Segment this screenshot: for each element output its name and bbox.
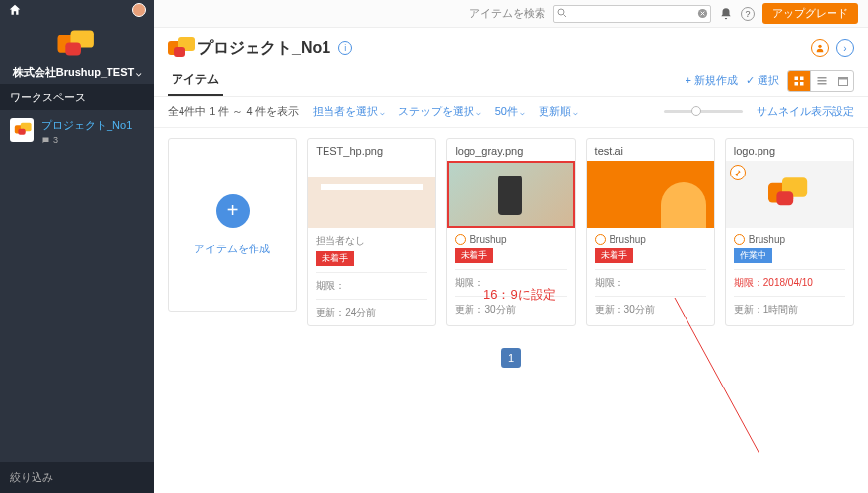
main: アイテムを検索 ? アップグレード プロジェクト_No1 i › アイテム + … [154,0,868,493]
item-updated: 更新：30分前 [455,303,566,317]
svg-rect-7 [817,77,826,79]
plus-icon[interactable]: + [216,194,250,228]
item-assignee: Brushup [595,234,706,245]
tabs: アイテム + 新規作成 ✓ 選択 [154,59,868,97]
next-button[interactable]: › [836,39,854,57]
filter-bar[interactable]: 絞り込み [0,462,154,493]
item-due: 期限： [595,276,706,290]
project-thumb [10,118,34,142]
result-count: 全4件中 1 件 ～ 4 件を表示 [168,105,299,119]
status-badge: 未着手 [595,248,633,263]
page-title: プロジェクト_No1 [197,38,330,59]
info-icon[interactable]: i [338,41,352,55]
create-item-label: アイテムを作成 [194,242,270,256]
tab-items[interactable]: アイテム [168,65,223,96]
home-icon[interactable] [8,3,22,17]
project-header: プロジェクト_No1 i › [154,28,868,59]
user-icon [734,234,745,245]
sidebar-project-item[interactable]: プロジェクト_No1 3 [0,110,154,153]
filter-perpage[interactable]: 50件⌵ [495,105,525,119]
item-card[interactable]: logo_gray.pngBrushup未着手期限：更新：30分前 [446,138,575,326]
project-logo [168,37,189,59]
view-toggles [787,70,854,92]
select-button[interactable]: ✓ 選択 [746,73,779,88]
project-name: プロジェクト_No1 [41,118,132,133]
item-thumbnail [587,161,714,228]
svg-rect-5 [795,82,799,86]
workspace-logo[interactable] [0,20,154,65]
item-title: TEST_hp.png [308,139,435,161]
item-grid: + アイテムを作成 TEST_hp.png担当者なし未着手期限：更新：24分前l… [154,128,868,336]
item-due: 期限： [316,279,427,293]
pin-icon [730,165,746,180]
item-updated: 更新：30分前 [595,303,706,317]
search-icon [556,7,568,19]
status-badge: 未着手 [455,248,493,263]
bell-icon[interactable] [719,7,733,21]
thumbnail-settings[interactable]: サムネイル表示設定 [757,105,854,119]
status-badge: 作業中 [734,248,772,263]
view-grid[interactable] [788,71,810,91]
status-badge: 未着手 [316,251,354,266]
search-input[interactable] [553,5,711,23]
chevron-down-icon: ⌵ [136,68,141,78]
svg-point-2 [818,45,821,48]
topbar: アイテムを検索 ? アップグレード [154,0,868,28]
svg-rect-11 [838,77,847,79]
item-title: logo_gray.png [447,139,574,161]
help-icon[interactable]: ? [741,7,755,21]
thumbnail-size-slider[interactable] [664,110,743,113]
svg-rect-3 [795,76,799,80]
item-thumbnail [308,161,435,228]
svg-rect-4 [800,76,804,80]
item-title: logo.png [726,139,853,161]
user-icon [455,234,466,245]
user-avatar[interactable] [132,3,146,17]
workspace-name[interactable]: 株式会社Brushup_TEST⌵ [0,65,154,80]
filters-row: 全4件中 1 件 ～ 4 件を表示 担当者を選択⌵ ステップを選択⌵ 50件⌵ … [154,97,868,128]
upgrade-button[interactable]: アップグレード [762,3,858,24]
item-assignee: Brushup [734,234,845,245]
create-item-card[interactable]: + アイテムを作成 [168,138,297,312]
pager: 1 [154,336,868,380]
member-avatar[interactable] [811,39,829,57]
filter-assignee[interactable]: 担当者を選択⌵ [313,105,385,119]
item-due: 期限： [455,276,566,290]
item-updated: 更新：24分前 [316,306,427,319]
comment-icon [41,136,50,145]
item-thumbnail [726,161,853,228]
item-card[interactable]: test.aiBrushup未着手期限：更新：30分前 [586,138,715,326]
item-updated: 更新：1時間前 [734,303,845,317]
svg-rect-8 [817,80,826,82]
project-comment-count: 3 [41,135,132,145]
workspace-section-label: ワークスペース [0,84,154,110]
search-label: アイテムを検索 [470,6,545,21]
item-due: 期限：2018/04/10 [734,276,845,290]
item-card[interactable]: logo.pngBrushup作業中期限：2018/04/10更新：1時間前 [725,138,854,326]
item-assignee: 担当者なし [316,234,427,247]
page-current[interactable]: 1 [501,348,521,368]
user-icon [595,234,606,245]
filter-sort[interactable]: 更新順⌵ [539,105,578,119]
item-assignee: Brushup [455,234,566,245]
sidebar-top [0,0,154,20]
clear-icon[interactable] [697,8,708,19]
item-thumbnail [447,161,574,228]
filter-step[interactable]: ステップを選択⌵ [398,105,481,119]
svg-point-0 [558,9,564,15]
item-title: test.ai [587,139,714,161]
new-item-button[interactable]: + 新規作成 [685,73,737,88]
item-card[interactable]: TEST_hp.png担当者なし未着手期限：更新：24分前 [307,138,436,326]
svg-rect-6 [800,82,804,86]
view-list[interactable] [810,71,832,91]
sidebar: 株式会社Brushup_TEST⌵ ワークスペース プロジェクト_No1 3 絞… [0,0,154,493]
svg-rect-9 [817,83,826,85]
view-calendar[interactable] [832,71,853,91]
